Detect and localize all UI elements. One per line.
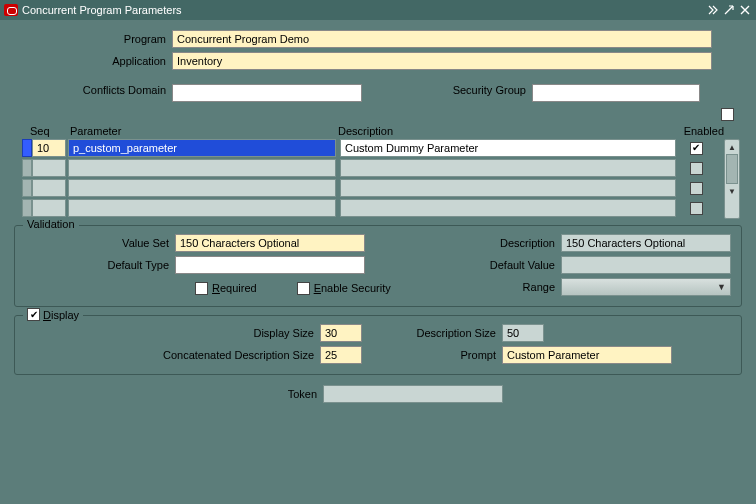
validation-legend: Validation	[23, 218, 79, 230]
concat-desc-size-input[interactable]	[320, 346, 362, 364]
display-fieldset: ✔Display Display Size Description Size C…	[14, 315, 742, 375]
required-checkbox[interactable]	[195, 282, 208, 295]
row-handle[interactable]	[22, 139, 32, 157]
concat-desc-size-label: Concatenated Description Size	[25, 349, 320, 361]
default-type-label: Default Type	[25, 259, 175, 271]
default-type-input[interactable]	[175, 256, 365, 274]
window-title: Concurrent Program Parameters	[22, 4, 704, 16]
seq-cell[interactable]	[32, 139, 66, 157]
range-select[interactable]: ▼	[561, 278, 731, 296]
description-cell[interactable]	[340, 199, 676, 217]
table-row	[12, 159, 744, 177]
seq-cell[interactable]	[32, 159, 66, 177]
parameter-cell[interactable]	[68, 139, 336, 157]
oracle-logo-icon	[4, 4, 18, 16]
range-label: Range	[451, 281, 561, 293]
security-group-input[interactable]	[532, 84, 700, 102]
program-label: Program	[12, 33, 172, 45]
parameter-cell[interactable]	[68, 179, 336, 197]
header-seq: Seq	[22, 125, 66, 137]
enabled-checkbox[interactable]	[690, 202, 703, 215]
table-row	[12, 179, 744, 197]
prompt-input[interactable]	[502, 346, 672, 364]
token-label: Token	[253, 388, 323, 400]
scroll-up-icon[interactable]: ▲	[725, 140, 739, 154]
display-legend: ✔Display	[23, 308, 83, 321]
display-checkbox[interactable]: ✔	[27, 308, 40, 321]
application-input[interactable]	[172, 52, 712, 70]
table-row: ✔	[12, 139, 744, 157]
window: Concurrent Program Parameters Program Ap…	[0, 0, 756, 504]
seq-cell[interactable]	[32, 199, 66, 217]
enable-security-checkbox[interactable]	[297, 282, 310, 295]
row-handle[interactable]	[22, 199, 32, 217]
description-input	[561, 234, 731, 252]
row-handle[interactable]	[22, 179, 32, 197]
header-enabled: Enabled	[674, 125, 724, 137]
grid-scrollbar[interactable]: ▲ ▼	[724, 139, 740, 219]
header-parameter: Parameter	[66, 125, 334, 137]
seq-cell[interactable]	[32, 179, 66, 197]
display-size-label: Display Size	[25, 327, 320, 339]
parameter-cell[interactable]	[68, 199, 336, 217]
display-size-input[interactable]	[320, 324, 362, 342]
description-label: Description	[451, 237, 561, 249]
description-cell[interactable]	[340, 159, 676, 177]
grid-header: Seq Parameter Description Enabled	[12, 125, 744, 137]
close-button[interactable]	[738, 3, 752, 17]
prompt-label: Prompt	[362, 349, 502, 361]
row-handle[interactable]	[22, 159, 32, 177]
minimize-button[interactable]	[706, 3, 720, 17]
description-cell[interactable]	[340, 139, 676, 157]
enabled-checkbox[interactable]: ✔	[690, 142, 703, 155]
description-size-label: Description Size	[362, 327, 502, 339]
description-size-input[interactable]	[502, 324, 544, 342]
default-value-input[interactable]	[561, 256, 731, 274]
program-input[interactable]	[172, 30, 712, 48]
validation-fieldset: Validation Value Set Description Default…	[14, 225, 742, 307]
titlebar: Concurrent Program Parameters	[0, 0, 756, 20]
security-group-label: Security Group	[362, 84, 532, 102]
conflicts-input[interactable]	[172, 84, 362, 102]
application-label: Application	[12, 55, 172, 67]
value-set-input[interactable]	[175, 234, 365, 252]
conflicts-label: Conflicts Domain	[12, 84, 172, 102]
restore-button[interactable]	[722, 3, 736, 17]
chevron-down-icon: ▼	[717, 282, 726, 292]
grid-rows: ✔	[12, 139, 744, 217]
scroll-down-icon[interactable]: ▼	[725, 184, 739, 198]
token-input[interactable]	[323, 385, 503, 403]
scroll-thumb[interactable]	[726, 154, 738, 184]
header-description: Description	[334, 125, 674, 137]
required-checkbox-label[interactable]: Required	[195, 282, 257, 295]
value-set-label: Value Set	[25, 237, 175, 249]
default-value-label: Default Value	[451, 259, 561, 271]
description-cell[interactable]	[340, 179, 676, 197]
enabled-checkbox[interactable]	[690, 162, 703, 175]
enable-security-checkbox-label[interactable]: Enable Security	[297, 282, 391, 295]
enabled-checkbox[interactable]	[690, 182, 703, 195]
table-row	[12, 199, 744, 217]
top-checkbox[interactable]	[721, 108, 734, 121]
parameter-cell[interactable]	[68, 159, 336, 177]
